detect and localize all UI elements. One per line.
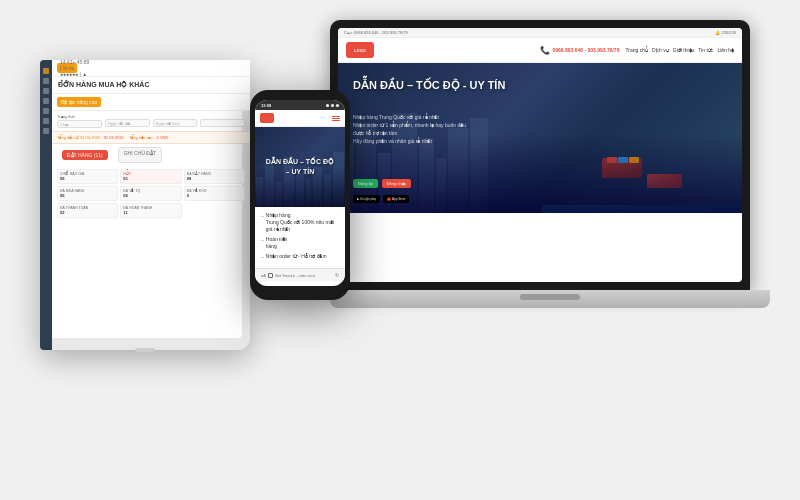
website-navbar: LOGO 📞 0966.893.646 - 003.993.76/79 Tran…: [338, 38, 742, 63]
google-play-badge[interactable]: ▶ Google play: [353, 195, 380, 203]
status-huy[interactable]: HỦY 05: [120, 169, 181, 184]
hamburger-line-2: [332, 118, 340, 119]
laptop-base: [330, 290, 770, 308]
hero-sub-2: Nhận order từ 1 sản phẩm, nhanh lẹ hay b…: [353, 121, 473, 137]
nav-icon-7[interactable]: [48, 128, 49, 134]
status-grid: CHỜ BÁO GIÁ 08 HỦY 05 ĐÃ ĐẶT HÀNG 08 Đ: [52, 166, 242, 221]
tablet-content: | Tgblo: ▼ 14:41+:45:89 | Sr-la: ●●●●●● …: [52, 72, 242, 338]
nav-links: Trang chủ Dịch vụ Giới thiệu Tin tức Liê…: [625, 47, 734, 53]
tablet-screen: | Tgblo: ▼ 14:41+:45:89 | Sr-la: ●●●●●● …: [48, 72, 242, 338]
feature-item-2: – Hoàn tiềnhàng: [261, 236, 339, 250]
phone-site-logo: [260, 113, 274, 123]
tablet-filter-section: Bộ lọc nâng cao: [52, 94, 242, 111]
status-da-ve-tq[interactable]: ĐÃ VỀ TQ 08: [120, 186, 181, 201]
date-field: Ngày bắt đầu: [105, 114, 150, 128]
phone-device: 13:08: [245, 90, 355, 320]
phone-screen: 13:08: [255, 100, 345, 286]
form-row-1: Trạng thái Chọn... Ngày bắt đầu: [52, 111, 242, 131]
phone-number: 📞 0966.893.646 - 003.993.76/79: [540, 46, 619, 55]
note-button[interactable]: GHI CHÚ ĐẶT: [118, 147, 162, 163]
register-button[interactable]: Đăng ký: [353, 179, 378, 188]
phone-url-bar: aA Not Secure – istic.com ↻: [255, 268, 345, 281]
laptop-device: Cục: 0966.893.646 - 003.993.76/79 🔔 230/…: [330, 20, 770, 320]
hero-buttons: Đăng ký Đăng nhập: [353, 179, 411, 188]
feature-item-1: – Nhập hàngTrung Quốc với 100% nêu mấtgi…: [261, 212, 339, 233]
bullet-1: –: [261, 213, 264, 219]
phone-time: 13:08: [261, 103, 271, 108]
nav-icon-6[interactable]: [48, 118, 49, 124]
feature-text-2: Hoàn tiềnhàng: [266, 236, 288, 250]
hero-sub-3: Hãy đăng phần và nhân giá rẻ nhất: [353, 137, 473, 145]
action-buttons: ĐẶT HÀNG (11) GHI CHÚ ĐẶT: [52, 144, 242, 166]
battery-icon: [336, 104, 339, 107]
top-bar-left: Cục: 0966.893.646 - 003.993.76/79: [344, 30, 408, 35]
date-input[interactable]: Ngày bắt đầu: [105, 119, 150, 127]
laptop-screen: Cục: 0966.893.646 - 003.993.76/79 🔔 230/…: [338, 28, 742, 282]
nav-contact[interactable]: Liên hệ: [717, 47, 734, 53]
phone-notch: [285, 90, 315, 98]
nav-icon-1[interactable]: [48, 72, 49, 74]
hero-subtitle: Nhập hàng Trung Quốc với giá rẻ nhất Nhậ…: [353, 113, 473, 145]
nav-news[interactable]: Tin tức: [698, 47, 713, 53]
url-text: Not Secure – istic.com: [275, 273, 315, 278]
website-hero: DẪN ĐẦU – TỐC ĐỘ - UY TÍN Nhập hàng Trun…: [338, 63, 742, 213]
tablet-logo: | Tgblo: ▼ 14:41+:45:89 | Sr-la: ●●●●●● …: [57, 72, 77, 73]
tablet-device: | Tgblo: ▼ 14:41+:45:89 | Sr-la: ●●●●●● …: [40, 60, 260, 360]
nav-icon-4[interactable]: [48, 98, 49, 104]
feature-item-3: – Nhận order từ - Hỗ trợ đầm: [261, 253, 339, 260]
hero-title: DẪN ĐẦU – TỐC ĐỘ - UY TÍN: [353, 78, 505, 93]
feature-text-1: Nhập hàngTrung Quốc với 100% nêu mấtgiá …: [266, 212, 334, 233]
nav-services[interactable]: Dịch vụ: [652, 47, 669, 53]
top-bar-right: 🔔 230/236: [715, 30, 736, 35]
feature-text-3: Nhận order từ - Hỗ trợ đầm: [266, 253, 327, 260]
nav-about[interactable]: Giới thiệu: [673, 47, 695, 53]
nav-icon-2[interactable]: [48, 78, 49, 84]
tablet-home-button[interactable]: [135, 348, 155, 352]
apple-store-badge[interactable]: 🍎 App Store: [383, 195, 409, 203]
hamburger-menu[interactable]: [332, 116, 340, 121]
phone-hero-title: DẪN ĐẦU – TỐC ĐỘ– UY TÍN: [266, 157, 334, 177]
aa-text: aA: [261, 273, 266, 278]
place-order-button[interactable]: ĐẶT HÀNG (11): [62, 150, 108, 160]
site-logo-icon: [260, 113, 274, 123]
stats-row: Tổng đơn từ 31-04-2025 30-04-2025 Tổng t…: [52, 131, 242, 144]
status-da-giao-kho[interactable]: ĐÃ VỀ KHO 0: [184, 186, 242, 201]
signal-icon: [326, 104, 329, 107]
status-cho-bao-gia[interactable]: CHỜ BÁO GIÁ 08: [57, 169, 118, 184]
scene: | Tgblo: ▼ 14:41+:45:89 | Sr-la: ●●●●●● …: [10, 10, 790, 490]
website-top-bar: Cục: 0966.893.646 - 003.993.76/79 🔔 230/…: [338, 28, 742, 38]
filter-button[interactable]: Bộ lọc nâng cao: [57, 97, 101, 107]
bullet-2: –: [261, 237, 264, 243]
nav-icon-5[interactable]: [48, 108, 49, 114]
extra-input[interactable]: [200, 119, 242, 127]
hamburger-line-3: [332, 120, 340, 121]
date-end-field: Ngày kết thúc: [153, 114, 198, 128]
status-field: Trạng thái Chọn...: [57, 114, 102, 128]
bullet-3: –: [261, 254, 264, 260]
tablet-bezel: | Tgblo: ▼ 14:41+:45:89 | Sr-la: ●●●●●● …: [40, 60, 250, 350]
phone-features-section: – Nhập hàngTrung Quốc với 100% nêu mấtgi…: [255, 207, 345, 268]
refresh-icon[interactable]: ↻: [335, 272, 339, 278]
status-da-thanh-toan[interactable]: ĐÃ THANH TOÁN 02: [57, 203, 118, 218]
phone-site-nav: [255, 110, 345, 127]
site-logo: LOGO: [346, 42, 374, 58]
phone-status-icons: [326, 104, 339, 107]
date-end-input[interactable]: Ngày kết thúc: [153, 119, 198, 127]
phone-hero-section: DẪN ĐẦU – TỐC ĐỘ– UY TÍN: [255, 127, 345, 207]
wifi-icon: [331, 104, 334, 107]
status-hoan-thanh[interactable]: ĐÃ HOÀN THÀNH 11: [120, 203, 181, 218]
login-button[interactable]: Đăng nhập: [382, 179, 411, 188]
laptop-screen-bezel: Cục: 0966.893.646 - 003.993.76/79 🔔 230/…: [330, 20, 750, 290]
status-select[interactable]: Chọn...: [57, 120, 102, 128]
nav-left: LOGO: [346, 42, 374, 58]
nav-phone-info: 📞 0966.893.646 - 003.993.76/79 Trang chủ…: [540, 46, 734, 55]
stat-total: Tổng đơn từ 31-04-2025 30-04-2025 Tổng t…: [57, 135, 168, 140]
extra-field: [200, 114, 242, 128]
phone-bezel: 13:08: [250, 90, 350, 300]
nav-icon-3[interactable]: [48, 88, 49, 94]
app-badges: ▶ Google play 🍎 App Store: [353, 195, 409, 203]
phone-status-bar: 13:08: [255, 100, 345, 110]
status-da-mua-hang[interactable]: ĐÃ MUA HÀNG 08: [57, 186, 118, 201]
status-da-dat-hang[interactable]: ĐÃ ĐẶT HÀNG 08: [184, 169, 242, 184]
nav-home[interactable]: Trang chủ: [625, 47, 648, 53]
